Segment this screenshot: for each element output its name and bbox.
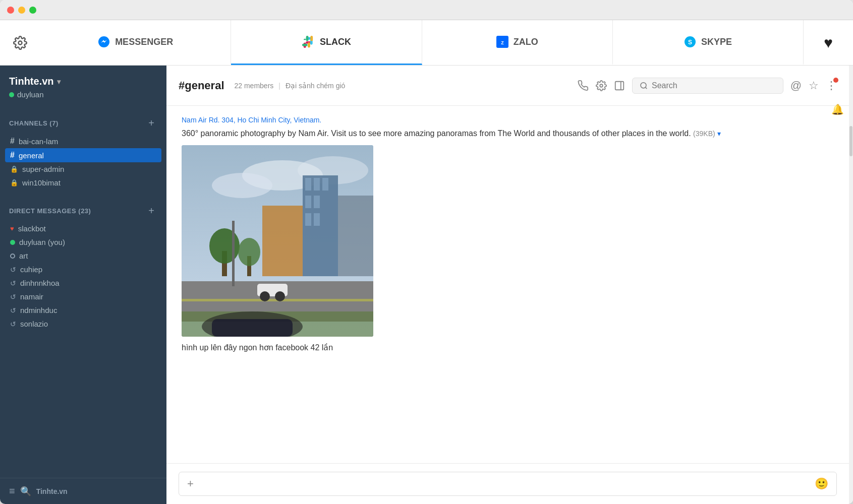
header-divider: | <box>278 82 280 90</box>
attach-button[interactable]: + <box>187 477 194 490</box>
dm-item-namair[interactable]: ↺ namair <box>5 290 161 303</box>
chat-messages[interactable]: Nam Air Rd. 304, Ho Chi Minh City, Vietn… <box>166 106 849 463</box>
svg-point-32 <box>260 291 270 301</box>
channel-item-win10bimat[interactable]: 🔒 win10bimat <box>5 176 161 190</box>
gear-icon <box>13 36 27 50</box>
more-options-button[interactable]: ⋮ <box>826 79 837 92</box>
refresh-icon: ↺ <box>10 320 16 328</box>
chat-input-area: + 🙂 <box>166 463 849 504</box>
channel-item-general[interactable]: # general <box>5 148 161 162</box>
online-dot <box>10 240 15 245</box>
dm-item-ndminhduc[interactable]: ↺ ndminhduc <box>5 303 161 317</box>
scroll-thumb[interactable] <box>849 126 852 156</box>
svg-rect-19 <box>305 196 311 208</box>
svg-rect-24 <box>338 196 373 276</box>
app-window: MESSENGER SLACK <box>0 0 853 504</box>
channel-title: #general <box>179 79 224 92</box>
settings-button[interactable] <box>0 36 40 50</box>
channels-section: CHANNELS (7) + # bai-can-lam # general <box>0 106 166 194</box>
message-input-wrapper: + 🙂 <box>179 472 837 496</box>
channel-description: Đại sảnh chém gió <box>286 82 345 90</box>
footer-workspace-name: Tinhte.vn <box>36 487 68 495</box>
svg-text:S: S <box>688 39 692 46</box>
tab-slack-label: SLACK <box>320 37 351 47</box>
tab-bar: MESSENGER SLACK <box>0 20 853 66</box>
tab-skype[interactable]: S SKYPE <box>613 20 804 65</box>
call-button[interactable] <box>578 80 589 91</box>
zalo-icon: Z <box>496 36 508 48</box>
messenger-icon <box>98 36 110 48</box>
tab-skype-label: SKYPE <box>701 37 732 47</box>
main-area: Tinhte.vn ▾ duyluan 🔔 CHANNELS <box>0 66 853 504</box>
dm-item-slackbot[interactable]: ♥ slackbot <box>5 222 161 235</box>
message-link[interactable]: Nam Air Rd. 304, Ho Chi Minh City, Vietn… <box>182 116 834 124</box>
tab-messenger-label: MESSENGER <box>115 37 173 47</box>
svg-rect-21 <box>305 213 311 226</box>
expand-arrow[interactable]: ▾ <box>717 130 721 138</box>
svg-rect-23 <box>262 206 303 276</box>
channel-meta: 22 members | Đại sảnh chém gió <box>235 82 346 90</box>
chevron-down-icon: ▾ <box>57 78 61 86</box>
scrollbar[interactable] <box>849 66 853 504</box>
refresh-icon: ↺ <box>10 266 16 274</box>
message-size: (39KB) ▾ <box>693 130 720 138</box>
search-icon <box>640 81 648 90</box>
tab-zalo[interactable]: Z ZALO <box>422 20 613 65</box>
svg-rect-17 <box>314 178 320 191</box>
chat-header: #general 22 members | Đại sảnh chém gió <box>166 66 849 106</box>
emoji-button[interactable]: 🙂 <box>815 477 828 490</box>
add-dm-button[interactable]: + <box>145 205 157 217</box>
svg-point-26 <box>209 228 240 264</box>
search-footer-icon[interactable]: 🔍 <box>20 486 31 497</box>
lock-icon: 🔒 <box>10 179 18 186</box>
settings-icon <box>596 80 607 91</box>
dm-item-dinhnnkhoa[interactable]: ↺ dinhnnkhoa <box>5 276 161 290</box>
channel-item-super-admin[interactable]: 🔒 super-admin <box>5 162 161 176</box>
channel-item-bai-can-lam[interactable]: # bai-can-lam <box>5 134 161 148</box>
svg-text:Z: Z <box>501 40 504 45</box>
starred-button[interactable]: ☆ <box>809 79 819 92</box>
dm-item-art[interactable]: art <box>5 249 161 263</box>
tab-zalo-label: ZALO <box>514 37 538 47</box>
tab-messenger[interactable]: MESSENGER <box>40 20 231 65</box>
dm-item-sonlazio[interactable]: ↺ sonlazio <box>5 317 161 331</box>
dm-item-cuhiep[interactable]: ↺ cuhiep <box>5 263 161 276</box>
message-caption: hình up lên đây ngon hơn facebook 42 lần <box>182 343 834 352</box>
panoramic-image <box>182 145 373 337</box>
members-panel-button[interactable] <box>614 80 625 91</box>
svg-line-10 <box>645 87 647 89</box>
mentions-button[interactable]: @ <box>790 79 802 92</box>
menu-icon[interactable]: ≡ <box>9 485 15 497</box>
image-scene <box>182 145 373 337</box>
close-button[interactable] <box>7 7 14 14</box>
titlebar <box>0 0 853 20</box>
svg-point-13 <box>212 173 272 198</box>
search-input[interactable] <box>652 81 776 90</box>
message-image[interactable] <box>182 145 373 337</box>
phone-icon <box>578 80 589 91</box>
add-channel-button[interactable]: + <box>145 117 157 129</box>
heart-icon: ♥ <box>10 225 14 232</box>
channel-settings-button[interactable] <box>596 80 607 91</box>
maximize-button[interactable] <box>29 7 36 14</box>
dm-section: DIRECT MESSAGES (23) + ♥ slackbot duylua… <box>0 194 166 335</box>
minimize-button[interactable] <box>18 7 25 14</box>
refresh-icon: ↺ <box>10 279 16 287</box>
svg-point-33 <box>275 291 285 301</box>
skype-icon: S <box>684 36 696 48</box>
message-input[interactable] <box>199 479 810 488</box>
favorite-button[interactable]: ♥ <box>804 34 853 51</box>
notification-badge <box>833 78 838 83</box>
svg-point-28 <box>238 238 260 266</box>
sidebar: Tinhte.vn ▾ duyluan 🔔 CHANNELS <box>0 66 166 504</box>
search-box[interactable] <box>632 78 783 94</box>
tab-slack[interactable]: SLACK <box>231 20 422 65</box>
notifications-bell[interactable]: 🔔 <box>831 103 844 115</box>
svg-rect-16 <box>305 178 311 191</box>
refresh-icon: ↺ <box>10 293 16 301</box>
svg-rect-34 <box>232 221 235 286</box>
channels-section-header: CHANNELS (7) + <box>5 115 161 131</box>
app-body: MESSENGER SLACK <box>0 20 853 504</box>
dm-item-duyluan[interactable]: duyluan (you) <box>5 235 161 249</box>
workspace-name[interactable]: Tinhte.vn ▾ <box>9 76 157 87</box>
